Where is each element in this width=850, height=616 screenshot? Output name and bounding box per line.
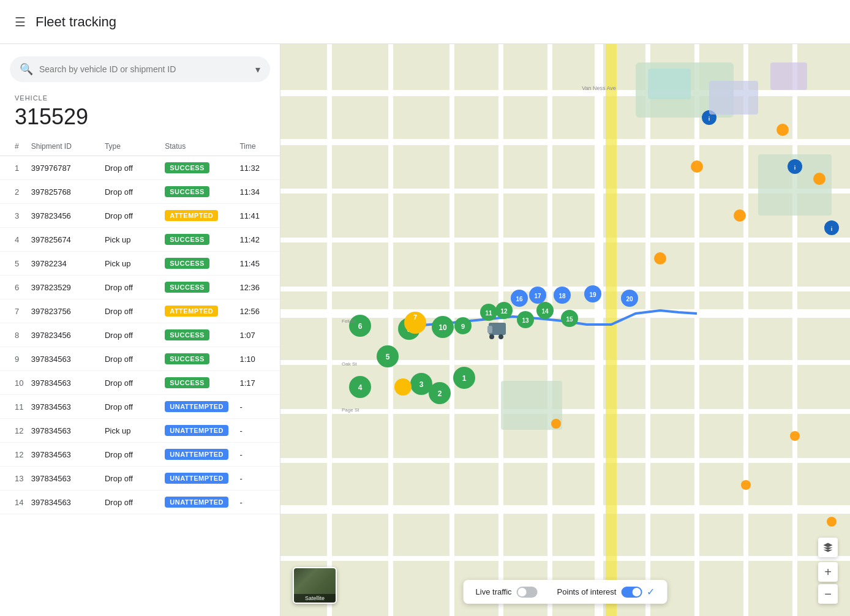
- row-shipment-id: 397825768: [31, 180, 105, 204]
- app-header: ☰ Fleet tracking: [0, 0, 850, 44]
- table-body: 1 397976787 Drop off SUCCESS 11:32 2 397…: [0, 156, 280, 514]
- table-row[interactable]: 8 397823456 Drop off SUCCESS 1:07: [0, 323, 280, 347]
- svg-text:i: i: [831, 226, 833, 232]
- row-num: 5: [0, 252, 31, 276]
- table-row[interactable]: 10 397834563 Drop off SUCCESS 1:17: [0, 371, 280, 395]
- svg-text:i: i: [794, 165, 796, 171]
- table-row[interactable]: 11 397834563 Drop off UNATTEMPTED -: [0, 395, 280, 419]
- table-row[interactable]: 1 397976787 Drop off SUCCESS 11:32: [0, 156, 280, 180]
- row-status: UNATTEMPTED: [165, 490, 239, 514]
- row-shipment-id: 397823456: [31, 323, 105, 347]
- row-time: 1:07: [239, 323, 280, 347]
- svg-text:20: 20: [626, 296, 633, 302]
- zoom-in-button[interactable]: +: [818, 562, 838, 582]
- row-num: 12: [0, 419, 31, 443]
- svg-text:Van Ness Ave: Van Ness Ave: [582, 85, 616, 91]
- table-row[interactable]: 5 39782234 Pick up SUCCESS 11:45: [0, 252, 280, 276]
- row-type: Drop off: [105, 490, 165, 514]
- map-area: 6 8 10 9 5 4 3 2 1: [280, 44, 850, 616]
- svg-text:4: 4: [358, 383, 363, 392]
- svg-point-80: [741, 480, 751, 490]
- row-shipment-id: 397823529: [31, 276, 105, 299]
- row-shipment-id: 397976787: [31, 156, 105, 180]
- svg-text:11: 11: [485, 310, 492, 317]
- svg-rect-92: [770, 62, 807, 90]
- vehicle-label: VEHICLE: [15, 94, 265, 102]
- table-row[interactable]: 14 397834563 Drop off UNATTEMPTED -: [0, 490, 280, 514]
- svg-point-77: [734, 209, 746, 222]
- table-row[interactable]: 4 397825674 Pick up SUCCESS 11:42: [0, 228, 280, 252]
- zoom-out-button[interactable]: −: [818, 584, 838, 604]
- row-shipment-id: 397834563: [31, 395, 105, 419]
- row-status: SUCCESS: [165, 347, 239, 371]
- col-type: Type: [105, 137, 165, 156]
- table-row[interactable]: 9 397834563 Drop off SUCCESS 1:10: [0, 347, 280, 371]
- status-badge: SUCCESS: [165, 258, 209, 269]
- table-row[interactable]: 2 397825768 Drop off SUCCESS 11:34: [0, 180, 280, 204]
- table-row[interactable]: 12 397834563 Drop off UNATTEMPTED -: [0, 443, 280, 467]
- status-badge: ATTEMPTED: [165, 306, 218, 317]
- table-row[interactable]: 12 397834563 Pick up UNATTEMPTED -: [0, 419, 280, 443]
- svg-text:19: 19: [589, 291, 596, 298]
- row-num: 7: [0, 299, 31, 323]
- svg-text:Page St: Page St: [342, 407, 359, 413]
- dropdown-icon[interactable]: ▾: [255, 64, 260, 75]
- row-type: Drop off: [105, 204, 165, 228]
- map-svg: 6 8 10 9 5 4 3 2 1: [280, 44, 850, 616]
- poi-label: Points of interest: [557, 587, 617, 596]
- svg-text:2: 2: [438, 389, 442, 398]
- row-time: 1:17: [239, 371, 280, 395]
- status-badge: SUCCESS: [165, 377, 209, 388]
- svg-point-69: [489, 334, 494, 339]
- poi-toggle[interactable]: [621, 587, 642, 598]
- menu-icon[interactable]: ☰: [15, 15, 26, 29]
- svg-text:12: 12: [500, 308, 508, 315]
- table-row[interactable]: 6 397823529 Drop off SUCCESS 12:36: [0, 276, 280, 299]
- row-type: Drop off: [105, 467, 165, 490]
- live-traffic-toggle[interactable]: [517, 587, 538, 598]
- row-type: Drop off: [105, 323, 165, 347]
- row-type: Pick up: [105, 252, 165, 276]
- row-status: UNATTEMPTED: [165, 395, 239, 419]
- row-shipment-id: 397834563: [31, 443, 105, 467]
- poi-control: Points of interest ✓: [557, 586, 655, 598]
- status-badge: SUCCESS: [165, 162, 209, 173]
- shipment-table: # Shipment ID Type Status Time 1 3979767…: [0, 137, 280, 514]
- search-bar[interactable]: 🔍 ▾: [10, 56, 270, 82]
- status-badge: UNATTEMPTED: [165, 497, 228, 508]
- row-time: -: [239, 395, 280, 419]
- row-num: 14: [0, 490, 31, 514]
- status-badge: ATTEMPTED: [165, 210, 218, 221]
- row-status: SUCCESS: [165, 228, 239, 252]
- svg-text:6: 6: [358, 322, 363, 331]
- svg-text:17: 17: [534, 293, 541, 299]
- row-num: 12: [0, 443, 31, 467]
- table-row[interactable]: 7 397823756 Drop off ATTEMPTED 12:56: [0, 299, 280, 323]
- map-layer-icon[interactable]: [818, 538, 838, 557]
- svg-text:Fell St: Fell St: [342, 318, 356, 324]
- svg-point-79: [813, 173, 826, 185]
- status-badge: SUCCESS: [165, 329, 209, 340]
- satellite-label: Satellite: [294, 594, 336, 603]
- row-type: Drop off: [105, 395, 165, 419]
- row-status: SUCCESS: [165, 323, 239, 347]
- svg-point-66: [394, 378, 412, 396]
- satellite-thumb[interactable]: Satellite: [293, 567, 337, 604]
- row-num: 1: [0, 156, 31, 180]
- svg-point-76: [654, 252, 666, 265]
- row-num: 8: [0, 323, 31, 347]
- status-badge: UNATTEMPTED: [165, 401, 228, 412]
- row-type: Drop off: [105, 156, 165, 180]
- search-input[interactable]: [39, 64, 255, 74]
- row-status: SUCCESS: [165, 252, 239, 276]
- row-time: 11:42: [239, 228, 280, 252]
- table-row[interactable]: 3 397823456 Drop off ATTEMPTED 11:41: [0, 204, 280, 228]
- row-time: 11:32: [239, 156, 280, 180]
- svg-rect-90: [648, 69, 691, 99]
- row-type: Drop off: [105, 299, 165, 323]
- row-time: -: [239, 467, 280, 490]
- row-time: 11:45: [239, 252, 280, 276]
- col-status: Status: [165, 137, 239, 156]
- table-row[interactable]: 13 397834563 Drop off UNATTEMPTED -: [0, 467, 280, 490]
- svg-text:3: 3: [419, 380, 424, 389]
